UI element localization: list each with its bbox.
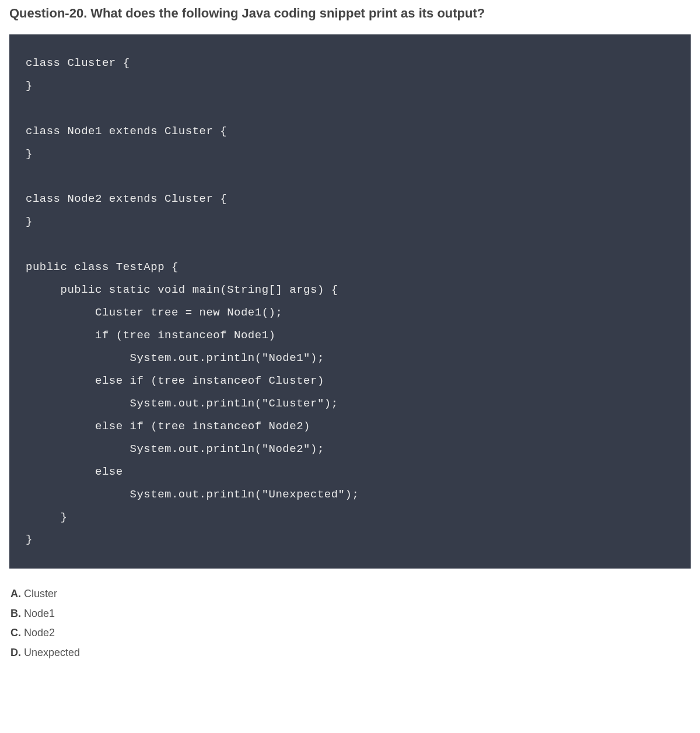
code-block: class Cluster { } class Node1 extends Cl… [9, 34, 691, 569]
answer-options: A. ClusterB. Node1C. Node2D. Unexpected [9, 585, 691, 662]
answer-option[interactable]: A. Cluster [10, 585, 691, 604]
answer-letter: C. [10, 627, 21, 639]
answer-text: Cluster [21, 588, 57, 599]
answer-text: Node2 [21, 627, 55, 639]
answer-letter: D. [10, 647, 21, 658]
answer-option[interactable]: D. Unexpected [10, 644, 691, 662]
answer-letter: B. [10, 608, 21, 619]
answer-text: Node1 [21, 608, 55, 619]
answer-option[interactable]: B. Node1 [10, 605, 691, 623]
answer-text: Unexpected [21, 647, 80, 658]
answer-option[interactable]: C. Node2 [10, 624, 691, 643]
answer-letter: A. [10, 588, 21, 599]
question-title: Question-20. What does the following Jav… [9, 5, 691, 23]
